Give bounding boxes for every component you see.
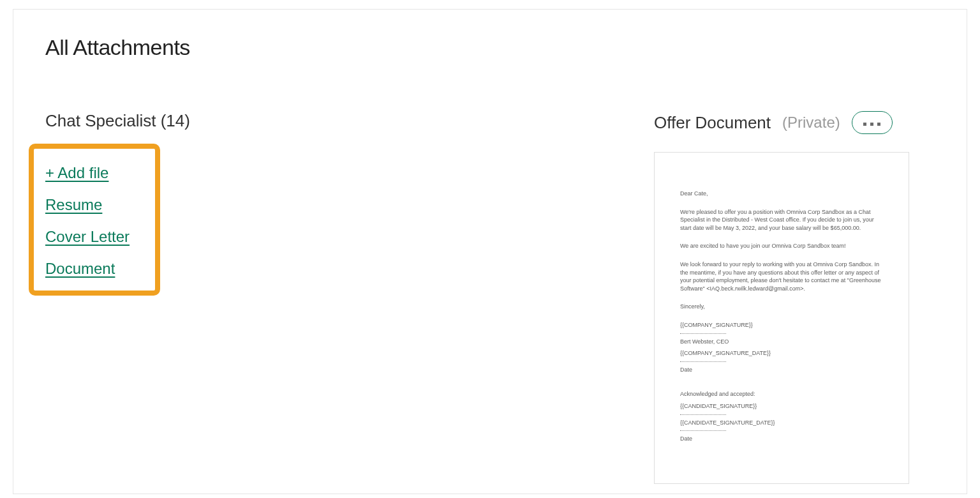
page-title: All Attachments bbox=[45, 35, 935, 60]
columns: Chat Specialist (14) + Add file Resume C… bbox=[45, 111, 935, 484]
private-label: (Private) bbox=[782, 114, 840, 132]
job-heading: Chat Specialist (14) bbox=[45, 111, 628, 131]
doc-candidate-signature: {{CANDIDATE_SIGNATURE}} bbox=[680, 402, 883, 411]
attachments-left-column: Chat Specialist (14) + Add file Resume C… bbox=[45, 111, 628, 484]
doc-paragraph: We are excited to have you join our Omni… bbox=[680, 242, 883, 250]
signature-line bbox=[680, 414, 726, 415]
attachments-panel: All Attachments Chat Specialist (14) + A… bbox=[13, 9, 967, 494]
signature-line bbox=[680, 333, 726, 334]
file-cover-letter-link[interactable]: Cover Letter bbox=[45, 228, 130, 246]
offer-header: Offer Document (Private) bbox=[654, 111, 935, 134]
doc-greeting: Dear Cate, bbox=[680, 190, 883, 198]
ellipsis-icon bbox=[861, 117, 882, 128]
doc-company-signature-date: {{COMPANY_SIGNATURE_DATE}} bbox=[680, 349, 883, 358]
signature-line bbox=[680, 430, 726, 431]
file-document-link[interactable]: Document bbox=[45, 260, 130, 278]
doc-date-label: Date bbox=[680, 366, 883, 374]
doc-candidate-signature-date: {{CANDIDATE_SIGNATURE_DATE}} bbox=[680, 419, 883, 427]
job-title: Chat Specialist bbox=[45, 111, 156, 130]
offer-document-title: Offer Document bbox=[654, 113, 771, 133]
job-count: (14) bbox=[161, 111, 190, 130]
doc-paragraph: We're pleased to offer you a position wi… bbox=[680, 208, 883, 232]
doc-date-label: Date bbox=[680, 435, 883, 443]
doc-company-signature: {{COMPANY_SIGNATURE}} bbox=[680, 321, 883, 329]
doc-paragraph: We look forward to your reply to working… bbox=[680, 260, 883, 292]
doc-signer-name: Bert Webster, CEO bbox=[680, 338, 883, 346]
add-file-button[interactable]: + Add file bbox=[45, 164, 130, 182]
file-links-highlight: + Add file Resume Cover Letter Document bbox=[29, 144, 160, 296]
offer-document-preview[interactable]: Dear Cate, We're pleased to offer you a … bbox=[654, 152, 909, 484]
offer-document-column: Offer Document (Private) Dear Cate, We'r… bbox=[654, 111, 935, 484]
doc-ack: Acknowledged and accepted: bbox=[680, 390, 883, 398]
file-resume-link[interactable]: Resume bbox=[45, 196, 130, 214]
doc-sincerely: Sincerely, bbox=[680, 303, 883, 311]
more-options-button[interactable] bbox=[852, 111, 893, 134]
signature-line bbox=[680, 361, 726, 362]
